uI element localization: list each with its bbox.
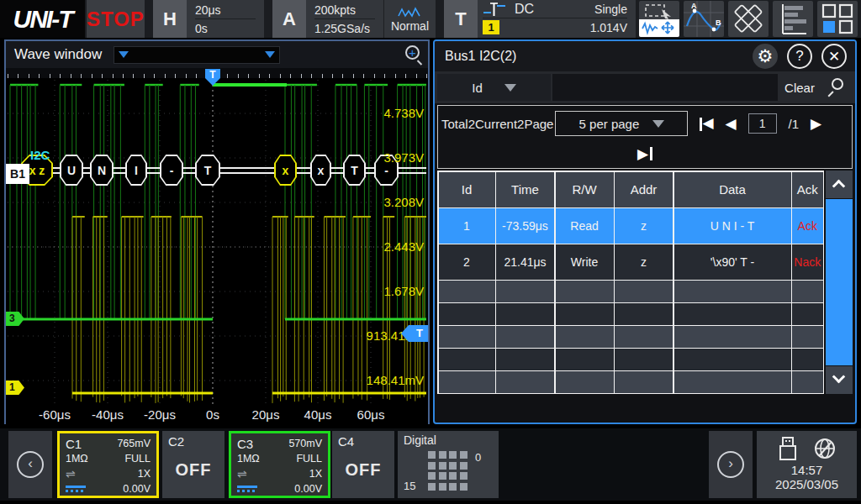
table-cell[interactable]: Ack	[792, 208, 823, 243]
first-page-button[interactable]: ◀	[700, 116, 713, 131]
zoom-in-icon[interactable]: +	[405, 45, 420, 60]
table-cell[interactable]: 2	[439, 244, 495, 279]
table-cell[interactable]	[792, 303, 823, 324]
table-cell[interactable]: '\x90' T -	[674, 244, 791, 279]
table-cell[interactable]	[439, 371, 495, 392]
cursor-ab-icon[interactable]: AB	[684, 1, 724, 37]
channel3-tile[interactable]: C3570mV 1MΩFULL ⇌1X 0.00V	[229, 431, 330, 498]
prev-page-button[interactable]: ◀	[726, 117, 737, 131]
table-cell[interactable]	[792, 326, 823, 347]
collapse-left-button[interactable]: ‹	[8, 431, 52, 498]
horizontal-key[interactable]: H	[153, 0, 187, 38]
table-cell[interactable]: U N I - T	[674, 208, 791, 243]
trigger-level-value: 1.014V	[565, 21, 627, 34]
table-cell[interactable]	[556, 303, 614, 324]
digital-tile[interactable]: Digital 0 15	[398, 431, 499, 498]
trigger-key[interactable]: T	[444, 0, 478, 38]
table-cell[interactable]	[556, 371, 614, 392]
table-cell[interactable]	[496, 371, 554, 392]
table-cell[interactable]	[496, 326, 554, 347]
channel4-name: C4	[338, 434, 354, 449]
acquire-waveform-icon	[398, 6, 421, 19]
channel4-tile[interactable]: C4 OFF	[332, 431, 394, 498]
table-cell[interactable]	[496, 281, 554, 302]
table-cell[interactable]	[496, 303, 554, 324]
close-icon[interactable]: ✕	[821, 44, 847, 69]
horizontal-section[interactable]: H 20μs 0s	[153, 0, 264, 38]
time-label: 40μs	[304, 407, 332, 422]
table-cell[interactable]: z	[615, 208, 673, 243]
search-row: Id Clear	[435, 71, 855, 103]
table-cell[interactable]	[439, 326, 495, 347]
table-cell[interactable]	[674, 303, 791, 324]
channel2-name: C2	[168, 434, 184, 449]
acquire-key[interactable]: A	[272, 0, 306, 38]
scroll-down-button[interactable]	[826, 366, 853, 394]
decode-bubble: x	[274, 155, 297, 186]
select-zone-icon[interactable]	[639, 1, 679, 37]
run-state-button[interactable]: STOP	[87, 0, 145, 38]
table-cell[interactable]	[792, 281, 823, 302]
window-layout-icon[interactable]	[817, 1, 858, 37]
table-cell[interactable]	[674, 349, 791, 370]
table-cell[interactable]: Write	[556, 244, 614, 279]
bus1-label[interactable]: B1	[6, 164, 29, 184]
wave-window-title: Wave window	[14, 46, 102, 63]
table-cell[interactable]: -73.59μs	[496, 208, 554, 243]
table-cell[interactable]: Read	[556, 208, 614, 243]
next-page-button[interactable]: ▶	[811, 117, 821, 131]
table-cell[interactable]	[496, 349, 554, 370]
scroll-up-button[interactable]	[826, 171, 853, 198]
scrollbar-thumb[interactable]	[826, 199, 853, 365]
status-tile[interactable]: 14:57 2025/03/05	[757, 431, 857, 498]
table-cell[interactable]	[615, 281, 673, 302]
table-scrollbar[interactable]	[826, 171, 853, 394]
last-page-button[interactable]: ▶	[438, 141, 852, 166]
table-cell[interactable]	[674, 326, 791, 347]
decode-bubble: T	[343, 155, 366, 186]
channel1-offset: 0.00V	[123, 483, 151, 495]
decode-bubble: T	[195, 155, 220, 186]
table-cell[interactable]	[615, 349, 673, 370]
table-cell[interactable]	[439, 303, 495, 324]
table-cell[interactable]	[615, 303, 673, 324]
acquire-section[interactable]: A 200kpts 1.25GSa/s Normal	[272, 0, 436, 38]
table-cell[interactable]	[439, 349, 495, 370]
search-icon[interactable]	[821, 71, 855, 103]
table-cell[interactable]	[674, 371, 791, 392]
page-number-input[interactable]: 1	[748, 113, 777, 134]
table-cell[interactable]	[439, 281, 495, 302]
waveform-plot[interactable]: x zUNI-TxxT- B1 I2C 3 1 T 4.738V3.973V3.…	[6, 78, 428, 424]
help-icon[interactable]: ?	[787, 44, 812, 69]
wave-source-dropdown[interactable]	[114, 46, 280, 64]
table-cell[interactable]: z	[615, 244, 673, 279]
table-cell[interactable]	[792, 371, 823, 392]
expand-right-button[interactable]: ›	[709, 431, 753, 498]
bus-decode-panel: Bus1 I2C(2) ⚙ ? ✕ Id Clear Total2Current…	[433, 39, 857, 424]
table-cell[interactable]	[615, 326, 673, 347]
table-cell[interactable]: Nack	[792, 244, 823, 279]
topbar-toolbar: AB	[636, 0, 861, 38]
channel3-scale: 570mV	[288, 438, 322, 449]
table-header-cell: Addr	[615, 172, 673, 207]
settings-gear-icon[interactable]: ⚙	[753, 44, 778, 69]
clear-button[interactable]: Clear	[778, 81, 821, 95]
table-cell[interactable]	[556, 281, 614, 302]
measure-icon[interactable]	[728, 1, 769, 37]
search-input[interactable]	[552, 74, 778, 101]
per-page-dropdown[interactable]: 5 per page	[555, 111, 688, 136]
oscilloscope-screen: UNI-T STOP H 20μs 0s A 200kpts 1.25GSa/s…	[0, 0, 861, 504]
channel1-tile[interactable]: C1765mV 1MΩFULL ⇌1X 0.00V	[57, 431, 159, 498]
statistics-icon[interactable]	[773, 1, 813, 37]
table-cell[interactable]: 1	[439, 208, 495, 243]
table-cell[interactable]	[615, 371, 673, 392]
voltage-label: 1.678V	[383, 284, 424, 298]
table-cell[interactable]	[674, 281, 791, 302]
table-cell[interactable]	[556, 349, 614, 370]
channel2-tile[interactable]: C2 OFF	[162, 431, 224, 498]
search-field-dropdown[interactable]: Id	[437, 74, 551, 101]
table-cell[interactable]: 21.41μs	[496, 244, 554, 279]
table-cell[interactable]	[556, 326, 614, 347]
trigger-section[interactable]: T DC Single 1 1.014V	[444, 0, 636, 38]
table-cell[interactable]	[792, 349, 823, 370]
